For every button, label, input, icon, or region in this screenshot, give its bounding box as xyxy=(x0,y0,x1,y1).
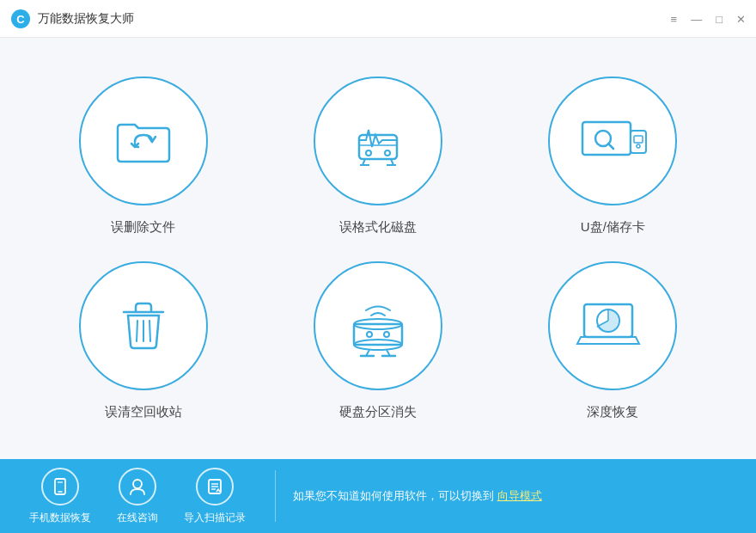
deep-recovery-label: 深度恢复 xyxy=(587,404,638,420)
grid-item-deleted-files[interactable]: 误删除文件 xyxy=(52,77,235,236)
grid-item-format-disk[interactable]: 误格式化磁盘 xyxy=(286,77,469,236)
app-logo: C xyxy=(10,9,31,29)
maximize-button[interactable]: □ xyxy=(716,13,722,24)
footer-online-consult[interactable]: 在线咨询 xyxy=(103,468,172,525)
close-button[interactable]: ✕ xyxy=(736,13,746,24)
window-controls: ≡ — □ ✕ xyxy=(671,13,746,24)
svg-point-36 xyxy=(133,480,142,488)
guide-mode-link[interactable]: 向导模式 xyxy=(497,489,542,502)
svg-point-24 xyxy=(384,332,389,337)
svg-line-12 xyxy=(608,144,613,149)
svg-rect-10 xyxy=(582,122,631,155)
recycle-bin-icon-circle xyxy=(79,261,208,390)
grid-item-partition-lost[interactable]: 硬盘分区消失 xyxy=(286,261,469,420)
feature-grid: 误删除文件 xyxy=(52,77,704,420)
import-scan-icon xyxy=(196,468,234,505)
footer-info-text: 如果您不知道如何使用软件，可以切换到 向导模式 xyxy=(293,488,756,504)
svg-line-17 xyxy=(137,321,137,341)
format-disk-label: 误格式化磁盘 xyxy=(339,219,417,236)
recycle-bin-label: 误清空回收站 xyxy=(105,404,182,420)
svg-point-4 xyxy=(366,150,371,156)
svg-point-5 xyxy=(385,150,390,156)
footer: 手机数据恢复 在线咨询 导入扫描记录 如果您不知道如何使用软件，可以切换到 向导… xyxy=(0,459,756,533)
svg-line-19 xyxy=(149,321,150,341)
online-consult-label: 在线咨询 xyxy=(117,511,158,525)
footer-mobile-recovery[interactable]: 手机数据恢复 xyxy=(26,468,94,525)
minimize-button[interactable]: — xyxy=(691,13,702,24)
online-consult-icon xyxy=(119,468,156,505)
mobile-recovery-icon xyxy=(41,468,79,505)
svg-rect-13 xyxy=(631,131,646,153)
deleted-files-icon-circle xyxy=(79,77,208,205)
app-title: 万能数据恢复大师 xyxy=(38,11,134,27)
grid-item-recycle-bin[interactable]: 误清空回收站 xyxy=(52,261,235,420)
usb-card-label: U盘/储存卡 xyxy=(581,219,645,236)
svg-text:C: C xyxy=(16,13,25,26)
footer-import-scan[interactable]: 导入扫描记录 xyxy=(180,468,249,525)
deleted-files-label: 误删除文件 xyxy=(111,219,175,236)
usb-card-icon-circle xyxy=(548,77,677,205)
grid-item-deep-recovery[interactable]: 深度恢复 xyxy=(521,261,704,420)
mobile-recovery-label: 手机数据恢复 xyxy=(29,511,91,525)
svg-point-23 xyxy=(367,332,372,337)
partition-lost-label: 硬盘分区消失 xyxy=(339,404,417,420)
format-disk-icon-circle xyxy=(314,77,442,205)
deep-recovery-icon-circle xyxy=(548,261,677,390)
import-scan-label: 导入扫描记录 xyxy=(184,511,246,525)
grid-item-usb-card[interactable]: U盘/储存卡 xyxy=(521,77,704,236)
title-bar: C 万能数据恢复大师 ≡ — □ ✕ xyxy=(0,0,756,38)
footer-divider xyxy=(275,470,276,522)
main-content: 误删除文件 xyxy=(0,38,756,459)
menu-button[interactable]: ≡ xyxy=(671,13,678,24)
svg-rect-2 xyxy=(359,135,397,159)
partition-lost-icon-circle xyxy=(314,261,442,390)
